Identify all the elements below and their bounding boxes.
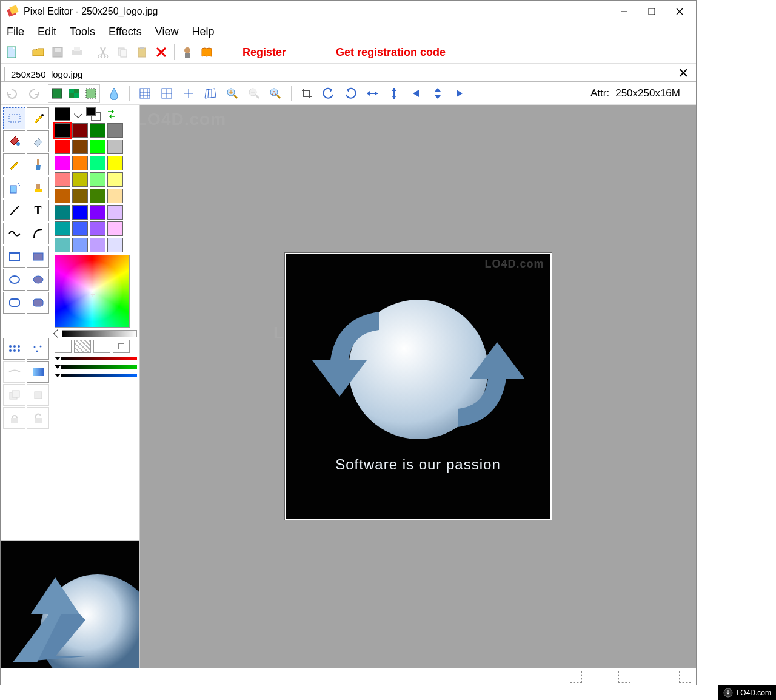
ellipse-fill-tool[interactable] [27,269,49,291]
shift-center-icon[interactable] [430,86,446,101]
opaque-bg-icon[interactable] [49,86,65,101]
status-crop2-icon[interactable] [618,671,630,683]
close-button[interactable] [666,2,694,21]
zoom-fit-icon[interactable]: A [268,86,284,101]
pattern-none[interactable] [55,340,72,353]
register-link[interactable]: Register [242,46,286,59]
rotate-right-icon[interactable] [343,86,358,101]
pattern-hatch[interactable] [74,340,91,353]
color-swatch[interactable] [72,123,88,138]
cut-icon[interactable] [95,44,111,60]
grid-icon[interactable] [137,86,153,101]
eraser-tool[interactable] [27,130,49,152]
zoom-out-icon[interactable] [246,86,262,101]
color-swatch[interactable] [55,189,70,203]
color-swatch[interactable] [107,205,123,220]
flip-v-icon[interactable] [386,86,402,101]
color-swatch[interactable] [90,238,105,252]
paste-icon[interactable] [134,44,150,60]
color-swatch[interactable] [72,189,88,203]
color-swatch[interactable] [55,172,70,187]
gradient-tool[interactable] [27,361,49,383]
color-swatch[interactable] [72,221,88,236]
color-swatch[interactable] [72,205,88,220]
menu-view[interactable]: View [155,25,179,38]
b-slider[interactable] [55,372,137,379]
checker-bg-icon[interactable] [83,86,99,101]
swap-icon[interactable] [105,108,119,120]
crop-icon[interactable] [299,86,315,101]
grid-large-icon[interactable] [159,86,175,101]
color-swatch[interactable] [107,123,123,138]
color-swatch[interactable] [55,238,70,252]
color-swatch[interactable] [72,172,88,187]
droplet-icon[interactable] [106,86,122,101]
pattern-dots[interactable] [93,340,110,353]
print-icon[interactable] [69,44,85,60]
pattern-sparse-icon[interactable] [27,338,49,360]
menu-file[interactable]: File [7,25,24,38]
spray-tool[interactable] [3,177,25,198]
color-swatch[interactable] [55,123,70,138]
menu-tools[interactable]: Tools [70,25,95,38]
pencil-tool[interactable] [3,153,25,175]
unlock-icon[interactable] [27,407,49,429]
roundrect-fill-tool[interactable] [27,292,49,314]
arc-tool[interactable] [27,223,49,244]
save-icon[interactable] [50,44,65,60]
color-swatch[interactable] [90,221,105,236]
tab-close-icon[interactable]: ✕ [673,66,694,81]
color-swatch[interactable] [55,156,70,170]
color-swatch[interactable] [90,172,105,187]
rotate-left-icon[interactable] [321,86,336,101]
delete-icon[interactable] [153,44,169,60]
minimize-button[interactable] [610,2,638,21]
line-tool[interactable] [3,200,25,221]
copy-icon[interactable] [115,44,130,60]
text-tool[interactable]: T [27,200,49,221]
pattern-square[interactable] [113,340,130,353]
status-crop-icon[interactable] [570,671,582,683]
line-weight-indicator[interactable] [3,315,49,337]
perspective-grid-icon[interactable] [202,86,218,101]
flip-h-icon[interactable] [364,86,380,101]
g-slider[interactable] [55,364,137,370]
lock-icon[interactable] [3,407,25,429]
layer-dup-icon[interactable] [3,384,25,406]
picker-tool[interactable] [27,107,49,129]
color-swatch[interactable] [107,140,123,154]
color-swatch[interactable] [72,238,88,252]
stamp-tool[interactable] [27,177,49,198]
color-picker[interactable]: + [55,255,130,328]
color-swatch[interactable] [72,156,88,170]
canvas-area[interactable]: LO4D.com LO4D.com LO4D.com Software is o… [140,105,696,668]
color-swatch[interactable] [72,140,88,154]
document-tab[interactable]: 250x250_logo.jpg [4,67,89,81]
color-swatch[interactable] [55,221,70,236]
roundrect-tool[interactable] [3,292,25,314]
trans-bg-icon[interactable] [66,86,82,101]
select-tool[interactable] [3,107,25,129]
image-canvas[interactable]: LO4D.com Software is our passion [285,253,552,520]
color-swatch[interactable] [90,140,105,154]
brush-tool[interactable] [27,153,49,175]
color-swatch[interactable] [107,221,123,236]
fg-bg-swap[interactable] [86,107,101,121]
wave-tool[interactable] [3,223,25,244]
help-book-icon[interactable] [199,44,215,60]
color-swatch[interactable] [55,140,70,154]
color-swatch[interactable] [90,156,105,170]
color-swatch[interactable] [107,172,123,187]
open-icon[interactable] [30,44,46,60]
color-swatch[interactable] [107,189,123,203]
shift-left-icon[interactable] [408,86,424,101]
ellipse-tool[interactable] [3,269,25,291]
color-swatch[interactable] [90,123,105,138]
menu-edit[interactable]: Edit [38,25,56,38]
rect-tool[interactable] [3,246,25,268]
fill-tool[interactable] [3,130,25,152]
maximize-button[interactable] [638,2,666,21]
status-select-icon[interactable] [679,671,691,683]
fg-color-swatch[interactable] [55,107,70,121]
value-gradient[interactable] [62,330,137,337]
